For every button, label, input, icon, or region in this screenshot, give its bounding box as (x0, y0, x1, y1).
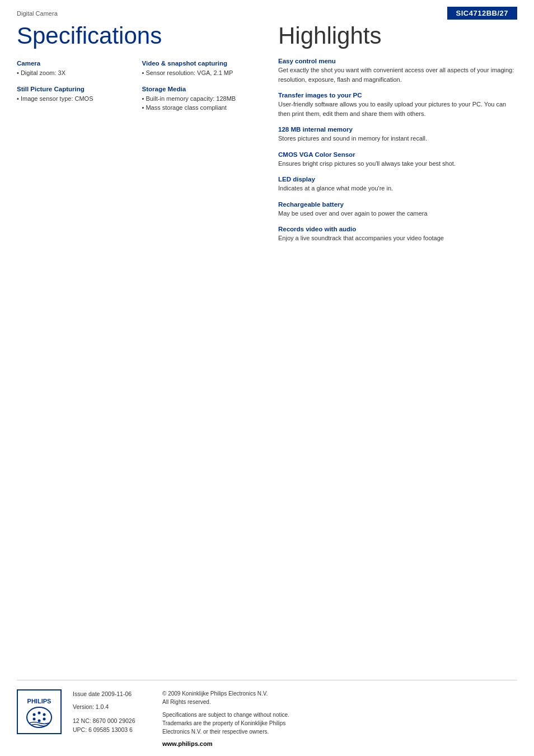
highlight-desc-easy-control: Get exactly the shot you want with conve… (278, 66, 517, 84)
highlight-title-led: LED display (278, 176, 517, 183)
footer-info: Issue date 2009-11-06 Version: 1.0.4 12 … (73, 689, 517, 747)
highlight-desc-transfer: User-friendly software allows you to eas… (278, 100, 517, 118)
spec-section-still-picture: Still Picture Capturing • Image sensor t… (17, 86, 131, 104)
footer-col-legal: © 2009 Koninklijke Philips Electronics N… (162, 689, 517, 747)
highlight-title-transfer: Transfer images to your PC (278, 92, 517, 99)
highlight-title-battery: Rechargeable battery (278, 201, 517, 208)
footer-website[interactable]: www.philips.com (162, 740, 517, 747)
highlight-cmos: CMOS VGA Color Sensor Ensures bright cri… (278, 151, 517, 169)
model-badge: SIC4712BB/27 (447, 7, 517, 20)
highlight-memory: 128 MB internal memory Stores pictures a… (278, 126, 517, 143)
svg-point-6 (38, 720, 41, 722)
spec-item-mass-storage: • Mass storage class compliant (142, 103, 256, 113)
highlight-title-memory: 128 MB internal memory (278, 126, 517, 133)
footer-col-dates: Issue date 2009-11-06 Version: 1.0.4 12 … (73, 689, 146, 747)
svg-point-5 (33, 718, 36, 721)
spec-section-title-still: Still Picture Capturing (17, 86, 131, 92)
footer-legal-text: Specifications are subject to change wit… (162, 711, 517, 736)
highlight-transfer-images: Transfer images to your PC User-friendly… (278, 92, 517, 118)
highlight-desc-led: Indicates at a glance what mode you're i… (278, 184, 517, 193)
spec-item-still-sensor: • Image sensor type: CMOS (17, 94, 131, 104)
footer-copyright: © 2009 Koninklijke Philips Electronics N… (162, 689, 517, 706)
highlight-led: LED display Indicates at a glance what m… (278, 176, 517, 193)
main-content: Specifications Camera • Digital zoom: 3X… (0, 23, 534, 465)
spec-section-camera: Camera • Digital zoom: 3X (17, 60, 131, 78)
svg-point-4 (43, 713, 46, 716)
spec-item-sensor-resolution: • Sensor resolution: VGA, 2.1 MP (142, 68, 256, 78)
highlight-video-audio: Records video with audio Enjoy a live so… (278, 226, 517, 243)
highlight-desc-video-audio: Enjoy a live soundtrack that accompanies… (278, 234, 517, 243)
highlights-title: Highlights (278, 23, 517, 49)
highlight-desc-battery: May be used over and over again to power… (278, 209, 517, 218)
highlight-easy-control: Easy control menu Get exactly the shot y… (278, 58, 517, 84)
spec-section-video: Video & snapshot capturing • Sensor reso… (142, 60, 256, 78)
footer: PHILIPS Issue date 2009-11-06 Version: 1… (17, 680, 517, 756)
highlight-desc-memory: Stores pictures and sound in memory for … (278, 134, 517, 143)
specs-col-left: Camera • Digital zoom: 3X Still Picture … (17, 60, 131, 120)
spec-section-storage: Storage Media • Built-in memory capacity… (142, 86, 256, 113)
highlight-title-easy-control: Easy control menu (278, 58, 517, 64)
spec-item-memory-capacity: • Built-in memory capacity: 128MB (142, 94, 256, 104)
highlights-panel: Highlights Easy control menu Get exactly… (267, 23, 517, 465)
highlight-battery: Rechargeable battery May be used over an… (278, 201, 517, 218)
svg-text:PHILIPS: PHILIPS (27, 698, 51, 704)
specs-columns: Camera • Digital zoom: 3X Still Picture … (17, 60, 256, 120)
specs-title: Specifications (17, 23, 256, 49)
header: Digital Camera SIC4712BB/27 (0, 0, 534, 23)
spec-section-title-camera: Camera (17, 60, 131, 67)
svg-point-7 (43, 718, 46, 721)
specs-panel: Specifications Camera • Digital zoom: 3X… (17, 23, 267, 465)
svg-point-2 (33, 713, 36, 716)
philips-logo: PHILIPS (17, 689, 62, 734)
product-category: Digital Camera (17, 10, 58, 17)
highlight-title-video-audio: Records video with audio (278, 226, 517, 232)
page-wrapper: Digital Camera SIC4712BB/27 Specificatio… (0, 0, 534, 756)
highlight-desc-cmos: Ensures bright crisp pictures so you'll … (278, 159, 517, 169)
footer-version: Version: 1.0.4 (73, 702, 146, 712)
svg-point-1 (27, 707, 51, 727)
philips-logo-svg: PHILIPS (20, 692, 59, 731)
specs-col-right: Video & snapshot capturing • Sensor reso… (142, 60, 256, 120)
footer-nc-upc: 12 NC: 8670 000 29026 UPC: 6 09585 13003… (73, 716, 146, 735)
svg-point-3 (38, 712, 41, 715)
footer-issue-date: Issue date 2009-11-06 (73, 689, 146, 699)
spec-section-title-video: Video & snapshot capturing (142, 60, 256, 67)
spacer (0, 465, 534, 680)
spec-section-title-storage: Storage Media (142, 86, 256, 92)
spec-item-camera-zoom: • Digital zoom: 3X (17, 68, 131, 78)
highlight-title-cmos: CMOS VGA Color Sensor (278, 151, 517, 158)
